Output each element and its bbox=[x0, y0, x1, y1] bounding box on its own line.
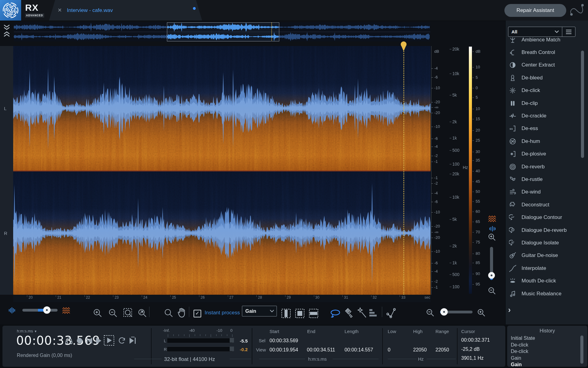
waveform-opacity-icon[interactable] bbox=[8, 307, 16, 313]
module-item-de-rustle[interactable]: De-rustle bbox=[506, 173, 581, 186]
zoom-in-time-icon[interactable] bbox=[93, 309, 102, 318]
spectrogram-canvas[interactable] bbox=[13, 46, 431, 295]
module-list-scrollbar[interactable] bbox=[581, 51, 584, 158]
harmonics-selection-tool-icon[interactable] bbox=[368, 309, 378, 318]
node-curve-tool-icon[interactable] bbox=[386, 307, 396, 318]
playhead-marker[interactable] bbox=[399, 41, 408, 52]
dialogue-de-reverb-icon bbox=[509, 227, 516, 234]
vertical-zoom-out-icon[interactable] bbox=[488, 287, 496, 295]
freq-low-value[interactable]: 0 bbox=[388, 347, 390, 353]
frequency-selection-tool-icon[interactable] bbox=[309, 309, 318, 318]
time-selection-tool-icon[interactable] bbox=[281, 309, 291, 318]
zoom-fit-icon[interactable] bbox=[138, 309, 147, 318]
toolbar-zoom-out-icon[interactable] bbox=[426, 309, 435, 317]
minimap-view-region[interactable] bbox=[167, 22, 279, 41]
loop-playback-button[interactable] bbox=[118, 337, 126, 345]
module-item-de-hum[interactable]: De-hum bbox=[506, 135, 581, 148]
history-item[interactable]: Initial State bbox=[511, 335, 578, 342]
module-item-de-click[interactable]: De-click bbox=[506, 84, 581, 97]
module-item-interpolate[interactable]: Interpolate bbox=[506, 262, 581, 274]
magnify-tool-icon[interactable] bbox=[164, 309, 173, 318]
module-item-de-ess[interactable]: ssDe-ess bbox=[506, 122, 581, 135]
colorbar-tick-label: 30 bbox=[476, 149, 480, 154]
brush-selection-tool-icon[interactable] bbox=[344, 308, 354, 318]
module-item-ambience-match[interactable]: Ambience Match bbox=[506, 37, 581, 46]
overview-minimap[interactable] bbox=[14, 22, 430, 41]
signal-generator-icon[interactable] bbox=[569, 3, 585, 17]
selection-view-length-value[interactable]: 00:00:14.557 bbox=[345, 347, 373, 353]
spectrogram-view-icon[interactable] bbox=[488, 215, 496, 222]
history-scrollbar[interactable] bbox=[580, 335, 583, 364]
toolbar-zoom-slider-knob[interactable] bbox=[440, 308, 448, 316]
module-item-de-wind[interactable]: De-wind bbox=[506, 186, 581, 198]
vertical-zoom-slider-knob[interactable] bbox=[488, 272, 495, 279]
instant-process-checkbox[interactable]: ✓ bbox=[194, 310, 201, 317]
module-item-music-rebalance[interactable]: Music Rebalance bbox=[506, 287, 581, 300]
history-item[interactable]: De-click bbox=[511, 342, 578, 348]
play-selection-button[interactable] bbox=[104, 335, 115, 346]
close-tab-icon[interactable]: ✕ bbox=[58, 7, 62, 13]
channel-gutter: L R bbox=[0, 46, 13, 295]
record-button[interactable] bbox=[76, 337, 83, 344]
module-item-de-bleed[interactable]: De-bleed bbox=[506, 71, 581, 84]
spectrogram-colorbar[interactable] bbox=[469, 47, 472, 294]
lasso-selection-tool-icon[interactable] bbox=[330, 309, 341, 318]
selection-sel-start-value[interactable]: 00:00:33.569 bbox=[270, 338, 298, 343]
frequency-ruler-label: 100 bbox=[452, 284, 459, 289]
module-item-center-extract[interactable]: Center Extract bbox=[506, 59, 581, 71]
spectrogram-opacity-icon[interactable] bbox=[62, 307, 70, 314]
de-ess-icon: ss bbox=[509, 125, 516, 132]
module-label: De-crackle bbox=[522, 113, 546, 119]
time-frequency-selection-tool-icon[interactable] bbox=[295, 309, 305, 318]
selection-length-header: Length bbox=[345, 329, 359, 334]
collapse-view-icon[interactable] bbox=[3, 23, 11, 38]
freq-high-value[interactable]: 22050 bbox=[413, 347, 427, 353]
interpolate-icon bbox=[509, 265, 516, 272]
vertical-zoom-in-icon[interactable] bbox=[488, 233, 496, 241]
toolbar-zoom-in-icon[interactable] bbox=[477, 309, 486, 317]
module-item-mouth-de-click[interactable]: Mouth De-click bbox=[506, 275, 581, 287]
magic-wand-tool-icon[interactable] bbox=[356, 307, 367, 318]
module-item-de-reverb[interactable]: De-reverb bbox=[506, 160, 581, 173]
go-to-start-button[interactable] bbox=[86, 337, 93, 344]
repair-assistant-button[interactable]: Repair Assistant bbox=[504, 4, 566, 17]
time-format-dropdown[interactable]: h:m:s.ms ▼ bbox=[17, 329, 37, 333]
module-item-guitar-de-noise[interactable]: Guitar De-noise bbox=[506, 249, 581, 262]
expand-sidebar-button[interactable]: › bbox=[508, 305, 511, 315]
de-hum-icon bbox=[509, 138, 516, 145]
selection-view-start-value[interactable]: 00:00:19.954 bbox=[270, 347, 298, 353]
module-item-dialogue-isolate[interactable]: Dialogue Isolate bbox=[506, 236, 581, 249]
module-item-dialogue-de-reverb[interactable]: Dialogue De-reverb bbox=[506, 224, 581, 236]
freq-range-value[interactable]: 22050 bbox=[435, 347, 449, 353]
deconstruct-icon bbox=[509, 201, 516, 209]
selection-view-row-label: View bbox=[256, 347, 266, 352]
balance-slider-knob[interactable] bbox=[43, 306, 51, 314]
module-label: De-plosive bbox=[522, 151, 546, 157]
waveform-view-icon[interactable] bbox=[489, 226, 496, 232]
module-item-breath-control[interactable]: Breath Control bbox=[506, 46, 581, 59]
instant-process-label[interactable]: Instant process bbox=[205, 310, 240, 316]
module-item-de-crackle[interactable]: De-crackle bbox=[506, 109, 581, 122]
module-filter-dropdown[interactable]: All bbox=[508, 27, 562, 36]
module-item-de-plosive[interactable]: De-plosive bbox=[506, 148, 581, 160]
zoom-out-time-icon[interactable] bbox=[108, 309, 118, 318]
module-label: De-ess bbox=[522, 125, 538, 132]
module-item-de-clip[interactable]: De-clip bbox=[506, 97, 581, 109]
play-button[interactable] bbox=[95, 337, 102, 344]
module-label: De-wind bbox=[522, 189, 541, 195]
history-item[interactable]: Gain bbox=[511, 361, 578, 367]
monitor-button[interactable] bbox=[65, 337, 73, 345]
cursor-header: Cursor bbox=[461, 329, 475, 334]
module-item-deconstruct[interactable]: Deconstruct bbox=[506, 198, 581, 211]
process-select-value: Gain bbox=[245, 309, 270, 314]
play-to-end-button[interactable] bbox=[129, 337, 137, 345]
history-item[interactable]: De-click bbox=[511, 348, 578, 355]
zoom-to-selection-icon[interactable] bbox=[123, 308, 134, 318]
process-module-select[interactable]: Gain bbox=[242, 306, 277, 316]
history-item[interactable]: Gain bbox=[511, 355, 578, 362]
selection-view-end-value[interactable]: 00:00:34.511 bbox=[307, 347, 335, 353]
file-tab[interactable]: ✕ Interview - cafe.wav bbox=[49, 0, 202, 21]
module-item-dialogue-contour[interactable]: Dialogue Contour bbox=[506, 211, 581, 224]
module-list-menu-button[interactable] bbox=[562, 27, 575, 36]
hand-grab-tool-icon[interactable] bbox=[177, 307, 186, 318]
